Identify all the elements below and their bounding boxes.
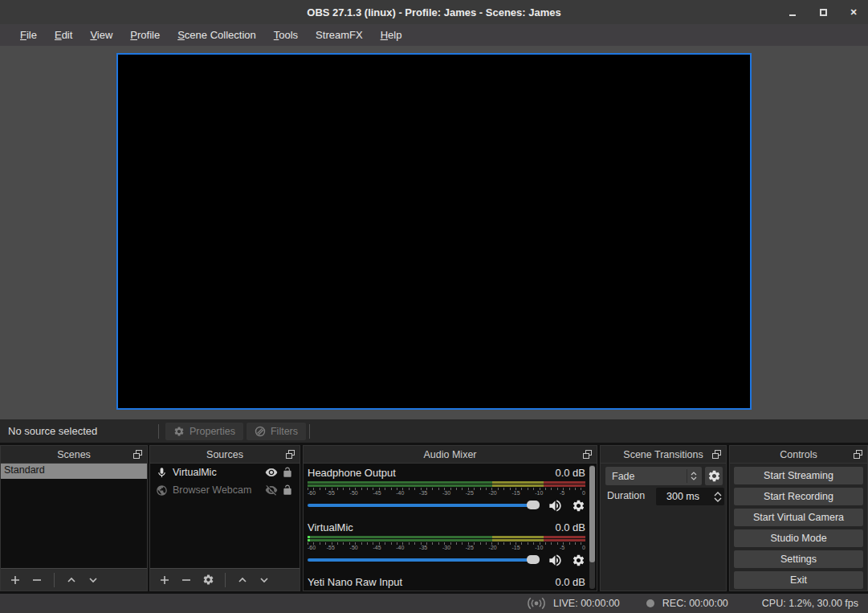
live-time: LIVE: 00:00:00 [553,598,620,609]
sources-list: VirtualMic Browser Webcam [150,464,300,568]
audio-mixer-content: Headphone Output 0.0 dB -60-55-50-45-40-… [304,464,597,591]
scale-tick-label: -50 [350,490,358,496]
slider-handle[interactable] [527,501,540,509]
spin-up-icon[interactable] [714,492,722,497]
studio-mode-button[interactable]: Studio Mode [734,529,863,547]
maximize-button[interactable] [817,6,829,18]
gear-icon[interactable] [572,499,585,513]
filters-button[interactable]: Filters [247,423,306,440]
scene-down-button[interactable] [85,572,101,588]
toolbar-divider [309,424,310,439]
transition-select[interactable]: Fade [605,467,702,485]
menu-file[interactable]: File [11,26,46,44]
remove-scene-button[interactable] [29,572,45,588]
minimize-button[interactable] [786,6,799,18]
source-label: Browser Webcam [173,484,263,496]
mixer-scrollbar[interactable] [589,465,595,589]
close-icon: ✕ [850,8,857,17]
source-down-button[interactable] [256,572,272,588]
popout-icon[interactable] [711,449,722,460]
window-controls: ✕ [786,0,860,24]
toolbar-divider [54,573,55,587]
popout-icon[interactable] [285,449,295,460]
add-scene-button[interactable] [7,572,23,588]
audio-mixer-panel: Audio Mixer Headphone Output 0.0 dB -60-… [303,445,597,591]
preview-background [0,46,868,419]
remove-source-button[interactable] [178,572,194,588]
scale-tick-label: -45 [373,545,381,550]
broadcast-icon [527,597,546,610]
scene-transitions-panel: Scene Transitions Fade Duration [600,445,727,591]
source-up-button[interactable] [234,572,251,588]
transition-selected-value: Fade [605,471,687,482]
properties-label: Properties [189,426,235,437]
source-toolbar: No source selected Properties Filters [0,419,868,443]
visibility-off-icon[interactable] [263,484,279,497]
spin-down-icon[interactable] [714,497,722,502]
duration-value: 300 ms [656,491,714,502]
scale-tick-label: -30 [442,490,450,496]
scale-tick-label: -50 [350,545,358,550]
menu-tools[interactable]: Tools [265,26,307,44]
scale-tick-label: -40 [396,490,404,496]
menu-view[interactable]: View [81,26,121,44]
exit-button[interactable]: Exit [734,571,863,589]
scale-tick-label: -25 [466,545,474,550]
source-properties-gear-icon[interactable] [200,572,216,588]
popout-icon[interactable] [582,449,593,460]
scrollbar-thumb[interactable] [589,466,595,562]
source-item-virtualmic[interactable]: VirtualMic [150,464,300,481]
filters-icon [255,426,266,437]
start-virtual-camera-button[interactable]: Start Virtual Camera [734,509,863,526]
popout-icon[interactable] [132,449,143,460]
menu-streamfx[interactable]: StreamFX [307,26,372,44]
menu-profile[interactable]: Profile [121,26,169,44]
status-bar: LIVE: 00:00:00 REC: 00:00:00 CPU: 1.2%, … [0,594,868,613]
speaker-icon[interactable] [548,553,563,568]
filters-label: Filters [271,426,298,437]
add-source-button[interactable] [157,572,173,588]
start-recording-button[interactable]: Start Recording [734,488,863,505]
menu-edit[interactable]: Edit [46,26,81,44]
volume-meter [308,536,585,541]
duration-spinbox[interactable]: 300 ms [656,488,724,505]
scale-tick-label: -35 [419,490,427,496]
microphone-icon [154,467,169,479]
settings-button[interactable]: Settings [734,550,863,568]
menu-scene-collection[interactable]: Scene Collection [169,26,265,44]
scenes-title: Scenes [57,449,91,460]
speaker-icon[interactable] [548,498,563,513]
start-streaming-button[interactable]: Start Streaming [734,467,863,484]
slider-handle[interactable] [527,555,540,564]
volume-slider[interactable] [308,504,539,507]
scale-tick-label: 0 [582,545,585,550]
scene-up-button[interactable] [63,572,79,588]
obs-window: OBS 27.1.3 (linux) - Profile: James - Sc… [0,0,868,613]
scene-item-standard[interactable]: Standard [1,464,147,479]
preview-canvas[interactable] [116,53,752,410]
menu-help[interactable]: Help [372,26,411,44]
lock-open-icon[interactable] [279,484,295,496]
scale-tick-label: -35 [419,545,427,550]
gear-icon[interactable] [572,554,585,567]
properties-button[interactable]: Properties [165,423,243,440]
volume-slider[interactable] [308,558,539,562]
transition-properties-button[interactable] [705,467,723,485]
scale-tick-label: -55 [327,545,335,550]
scenes-list: Standard [1,464,147,568]
close-button[interactable]: ✕ [847,6,860,18]
scene-transitions-header: Scene Transitions [601,446,726,464]
popout-icon[interactable] [853,449,863,460]
scale-tick-label: -25 [466,490,474,496]
sources-toolbar [150,568,300,591]
scale-tick-label: -55 [327,490,335,496]
toolbar-divider [158,424,159,439]
source-item-browser-webcam[interactable]: Browser Webcam [150,481,300,499]
globe-icon [154,484,169,497]
visibility-eye-icon[interactable] [263,466,279,479]
lock-open-icon[interactable] [279,467,295,478]
cpu-fps-stats: CPU: 1.2%, 30.00 fps [762,598,858,609]
scenes-panel: Scenes Standard [0,445,148,591]
meter-scale: -60-55-50-45-40-35-30-25-20-15-10-50 [308,542,585,551]
scale-tick-label: -60 [308,545,316,550]
